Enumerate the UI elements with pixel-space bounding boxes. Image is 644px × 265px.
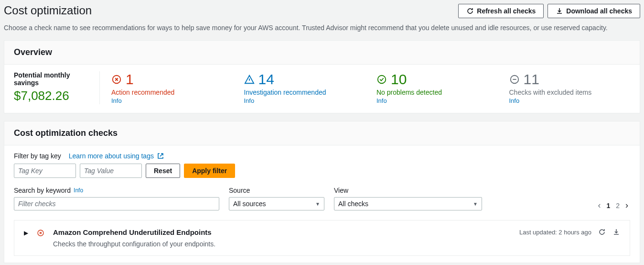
- page-2[interactable]: 2: [616, 202, 620, 210]
- page-title: Cost optimization: [4, 4, 92, 17]
- check-title[interactable]: Amazon Comprehend Underutilized Endpoint…: [53, 228, 511, 236]
- search-info-link[interactable]: Info: [74, 187, 83, 194]
- stat-label: No problems detected: [376, 88, 498, 96]
- tag-value-input[interactable]: [80, 164, 142, 178]
- minus-circle-icon: [509, 74, 520, 85]
- stat-excluded: 11 Checks with excluded items Info: [498, 71, 631, 104]
- prev-page[interactable]: ‹: [598, 200, 601, 210]
- stat-count: 11: [524, 71, 539, 88]
- view-label: View: [334, 187, 482, 194]
- stat-label: Action recommended: [111, 88, 233, 96]
- svg-point-1: [378, 76, 386, 84]
- error-icon: [111, 74, 122, 85]
- download-all-label: Download all checks: [566, 7, 632, 15]
- page-description: Choose a check name to see recommendatio…: [0, 18, 644, 40]
- refresh-icon[interactable]: [598, 228, 606, 236]
- search-input[interactable]: [14, 197, 219, 210]
- stat-count: 14: [258, 71, 274, 88]
- chevron-down-icon: ▼: [473, 201, 478, 207]
- error-icon: [37, 229, 44, 237]
- check-desc: Checks the throughput configuration of y…: [53, 240, 511, 248]
- stat-label: Checks with excluded items: [509, 88, 631, 96]
- download-all-button[interactable]: Download all checks: [547, 4, 640, 18]
- check-row: ▶ Amazon Comprehend Underutilized Endpoi…: [14, 220, 630, 256]
- external-link-icon: [157, 152, 164, 160]
- header-actions: Refresh all checks Download all checks: [458, 4, 640, 18]
- view-select[interactable]: All checks ▼: [334, 197, 482, 210]
- refresh-all-button[interactable]: Refresh all checks: [458, 4, 544, 18]
- view-value: All checks: [338, 200, 368, 208]
- filter-label: Filter by tag key: [14, 152, 61, 160]
- stat-investigation-recommended: 14 Investigation recommended Info: [233, 71, 365, 104]
- refresh-icon: [466, 7, 474, 15]
- checks-panel: Cost optimization checks Filter by tag k…: [4, 121, 640, 263]
- warning-icon: [244, 74, 255, 85]
- next-page[interactable]: ›: [625, 200, 628, 210]
- stat-count: 1: [126, 71, 134, 88]
- overview-panel: Overview Potential monthly savings $7,08…: [4, 40, 640, 113]
- chevron-down-icon: ▼: [315, 201, 320, 207]
- stat-label: Investigation recommended: [244, 88, 365, 96]
- stat-no-problems: 10 No problems detected Info: [365, 71, 498, 104]
- stat-info-link[interactable]: Info: [376, 97, 498, 104]
- stat-info-link[interactable]: Info: [244, 97, 365, 104]
- savings-label: Potential monthly savings: [14, 71, 95, 87]
- expand-toggle[interactable]: ▶: [24, 228, 28, 236]
- source-select[interactable]: All sources ▼: [229, 197, 324, 210]
- reset-button[interactable]: Reset: [146, 164, 180, 178]
- stat-info-link[interactable]: Info: [509, 97, 631, 104]
- tag-key-input[interactable]: [14, 164, 76, 178]
- stat-info-link[interactable]: Info: [111, 97, 233, 104]
- success-icon: [376, 74, 387, 85]
- learn-more-link[interactable]: Learn more about using tags: [69, 152, 154, 160]
- apply-filter-button[interactable]: Apply filter: [184, 164, 235, 178]
- source-label: Source: [229, 187, 324, 194]
- download-icon: [556, 7, 563, 15]
- savings-block: Potential monthly savings $7,082.26: [14, 71, 100, 104]
- overview-title: Overview: [14, 47, 630, 57]
- pagination: ‹ 1 2 ›: [598, 200, 630, 210]
- source-value: All sources: [233, 200, 266, 208]
- download-icon[interactable]: [612, 228, 620, 236]
- checks-title: Cost optimization checks: [14, 128, 630, 138]
- stat-count: 10: [391, 71, 407, 88]
- page-1[interactable]: 1: [606, 202, 610, 210]
- stat-action-recommended: 1 Action recommended Info: [100, 71, 233, 104]
- last-updated: Last updated: 2 hours ago: [519, 229, 591, 236]
- savings-value: $7,082.26: [14, 88, 95, 103]
- refresh-all-label: Refresh all checks: [477, 7, 536, 15]
- search-label: Search by keyword: [14, 187, 71, 194]
